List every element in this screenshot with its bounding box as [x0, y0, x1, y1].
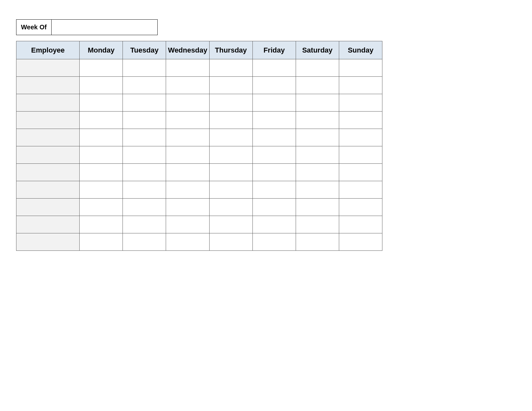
schedule-cell[interactable]	[166, 77, 209, 94]
schedule-cell[interactable]	[339, 181, 382, 199]
schedule-cell[interactable]	[166, 94, 209, 112]
schedule-cell[interactable]	[252, 181, 296, 199]
schedule-cell[interactable]	[296, 59, 339, 77]
schedule-cell[interactable]	[209, 146, 252, 164]
schedule-cell[interactable]	[209, 233, 252, 251]
schedule-cell[interactable]	[80, 199, 123, 216]
schedule-cell[interactable]	[209, 216, 252, 233]
table-row	[16, 199, 382, 216]
schedule-cell[interactable]	[339, 199, 382, 216]
schedule-cell[interactable]	[296, 233, 339, 251]
schedule-cell[interactable]	[166, 146, 209, 164]
schedule-cell[interactable]	[123, 59, 166, 77]
schedule-cell[interactable]	[209, 129, 252, 146]
schedule-cell[interactable]	[339, 94, 382, 112]
schedule-cell[interactable]	[339, 59, 382, 77]
table-row	[16, 146, 382, 164]
schedule-cell[interactable]	[296, 146, 339, 164]
schedule-cell[interactable]	[339, 77, 382, 94]
employee-cell[interactable]	[16, 164, 80, 181]
employee-cell[interactable]	[16, 112, 80, 129]
schedule-cell[interactable]	[296, 129, 339, 146]
schedule-cell[interactable]	[339, 146, 382, 164]
schedule-cell[interactable]	[80, 146, 123, 164]
employee-cell[interactable]	[16, 233, 80, 251]
schedule-cell[interactable]	[296, 181, 339, 199]
employee-cell[interactable]	[16, 216, 80, 233]
schedule-cell[interactable]	[123, 129, 166, 146]
schedule-cell[interactable]	[296, 112, 339, 129]
week-of-input[interactable]	[51, 19, 158, 35]
schedule-cell[interactable]	[166, 59, 209, 77]
schedule-cell[interactable]	[123, 216, 166, 233]
schedule-cell[interactable]	[80, 112, 123, 129]
schedule-cell[interactable]	[80, 164, 123, 181]
schedule-cell[interactable]	[166, 129, 209, 146]
schedule-cell[interactable]	[296, 164, 339, 181]
schedule-cell[interactable]	[209, 199, 252, 216]
schedule-cell[interactable]	[166, 199, 209, 216]
schedule-cell[interactable]	[80, 59, 123, 77]
schedule-cell[interactable]	[252, 233, 296, 251]
schedule-cell[interactable]	[209, 112, 252, 129]
header-sunday: Sunday	[339, 41, 382, 59]
schedule-cell[interactable]	[252, 94, 296, 112]
schedule-cell[interactable]	[80, 94, 123, 112]
schedule-cell[interactable]	[166, 216, 209, 233]
schedule-cell[interactable]	[166, 164, 209, 181]
schedule-cell[interactable]	[339, 216, 382, 233]
table-row	[16, 216, 382, 233]
employee-cell[interactable]	[16, 59, 80, 77]
schedule-cell[interactable]	[166, 112, 209, 129]
schedule-cell[interactable]	[296, 77, 339, 94]
header-wednesday: Wednesday	[166, 41, 209, 59]
schedule-cell[interactable]	[123, 94, 166, 112]
schedule-cell[interactable]	[296, 216, 339, 233]
schedule-cell[interactable]	[209, 59, 252, 77]
schedule-cell[interactable]	[123, 181, 166, 199]
schedule-cell[interactable]	[80, 129, 123, 146]
schedule-cell[interactable]	[123, 112, 166, 129]
schedule-cell[interactable]	[296, 199, 339, 216]
schedule-cell[interactable]	[252, 59, 296, 77]
employee-cell[interactable]	[16, 77, 80, 94]
schedule-cell[interactable]	[209, 164, 252, 181]
schedule-cell[interactable]	[123, 164, 166, 181]
schedule-cell[interactable]	[339, 112, 382, 129]
schedule-cell[interactable]	[123, 77, 166, 94]
schedule-cell[interactable]	[252, 164, 296, 181]
header-employee: Employee	[16, 41, 80, 59]
schedule-cell[interactable]	[252, 129, 296, 146]
header-tuesday: Tuesday	[123, 41, 166, 59]
schedule-cell[interactable]	[209, 181, 252, 199]
schedule-cell[interactable]	[252, 199, 296, 216]
week-of-label: Week Of	[16, 19, 51, 35]
schedule-cell[interactable]	[252, 146, 296, 164]
table-row	[16, 164, 382, 181]
employee-cell[interactable]	[16, 129, 80, 146]
schedule-cell[interactable]	[80, 77, 123, 94]
schedule-cell[interactable]	[252, 112, 296, 129]
schedule-cell[interactable]	[209, 94, 252, 112]
header-monday: Monday	[80, 41, 123, 59]
schedule-cell[interactable]	[166, 233, 209, 251]
employee-cell[interactable]	[16, 146, 80, 164]
employee-cell[interactable]	[16, 181, 80, 199]
schedule-cell[interactable]	[80, 233, 123, 251]
schedule-cell[interactable]	[252, 77, 296, 94]
schedule-cell[interactable]	[80, 216, 123, 233]
schedule-cell[interactable]	[339, 164, 382, 181]
employee-cell[interactable]	[16, 94, 80, 112]
schedule-cell[interactable]	[123, 199, 166, 216]
schedule-cell[interactable]	[339, 233, 382, 251]
schedule-cell[interactable]	[209, 77, 252, 94]
employee-cell[interactable]	[16, 199, 80, 216]
schedule-cell[interactable]	[123, 233, 166, 251]
schedule-cell[interactable]	[123, 146, 166, 164]
schedule-cell[interactable]	[339, 129, 382, 146]
schedule-cell[interactable]	[80, 181, 123, 199]
schedule-cell[interactable]	[296, 94, 339, 112]
header-saturday: Saturday	[296, 41, 339, 59]
schedule-cell[interactable]	[166, 181, 209, 199]
schedule-cell[interactable]	[252, 216, 296, 233]
